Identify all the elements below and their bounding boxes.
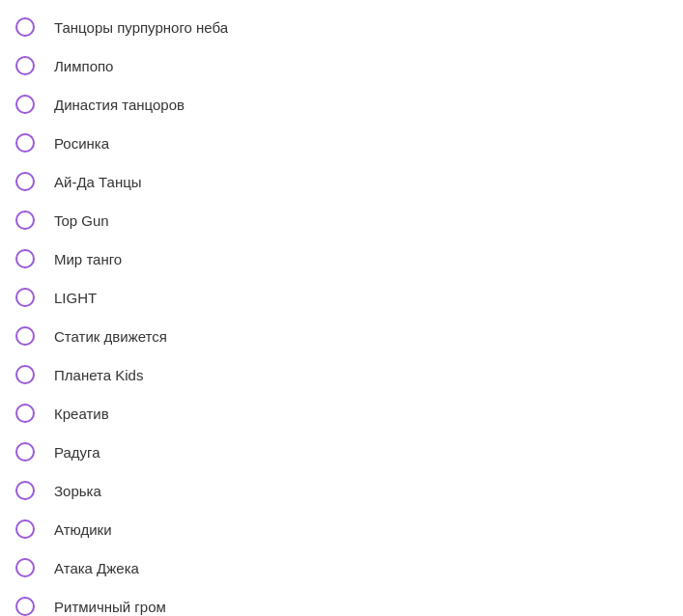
- items-list: Танцоры пурпурного небаЛимпопоДинастия т…: [0, 0, 683, 616]
- item-label: Мир танго: [54, 251, 122, 267]
- radio-icon: [15, 442, 35, 462]
- list-item[interactable]: LIGHT: [0, 278, 683, 317]
- list-item[interactable]: Зорька: [0, 471, 683, 510]
- radio-icon: [15, 558, 35, 577]
- radio-icon: [15, 481, 35, 500]
- list-item[interactable]: Атюдики: [0, 510, 683, 548]
- item-label: Лимпопо: [54, 58, 113, 74]
- item-label: Династия танцоров: [54, 97, 185, 113]
- item-label: Статик движется: [54, 328, 167, 345]
- radio-icon: [15, 365, 35, 384]
- item-label: LIGHT: [54, 290, 97, 306]
- radio-icon: [15, 172, 35, 191]
- list-item[interactable]: Династия танцоров: [0, 85, 683, 124]
- list-item[interactable]: Ай-Да Танцы: [0, 162, 683, 201]
- item-label: Ритмичный гром: [54, 599, 166, 615]
- list-item[interactable]: Танцоры пурпурного неба: [0, 8, 683, 46]
- radio-icon: [15, 519, 35, 539]
- item-label: Атака Джека: [54, 560, 139, 576]
- item-label: Креатив: [54, 406, 109, 422]
- radio-icon: [15, 288, 35, 307]
- item-label: Ай-Да Танцы: [54, 174, 142, 190]
- list-item[interactable]: Top Gun: [0, 201, 683, 239]
- list-item[interactable]: Креатив: [0, 394, 683, 433]
- radio-icon: [15, 17, 35, 37]
- list-item[interactable]: Радуга: [0, 433, 683, 471]
- radio-icon: [15, 210, 35, 230]
- item-label: Радуга: [54, 444, 100, 461]
- list-item[interactable]: Планета Kids: [0, 355, 683, 394]
- item-label: Атюдики: [54, 521, 112, 538]
- radio-icon: [15, 404, 35, 423]
- list-item[interactable]: Лимпопо: [0, 46, 683, 85]
- list-item[interactable]: Ритмичный гром: [0, 587, 683, 616]
- radio-icon: [15, 133, 35, 153]
- list-item[interactable]: Атака Джека: [0, 548, 683, 587]
- item-label: Планета Kids: [54, 367, 143, 383]
- radio-icon: [15, 597, 35, 616]
- list-item[interactable]: Статик движется: [0, 317, 683, 355]
- radio-icon: [15, 326, 35, 346]
- list-item[interactable]: Мир танго: [0, 239, 683, 278]
- item-label: Top Gun: [54, 212, 109, 229]
- item-label: Зорька: [54, 483, 101, 499]
- radio-icon: [15, 56, 35, 75]
- item-label: Росинка: [54, 135, 109, 152]
- list-item[interactable]: Росинка: [0, 124, 683, 162]
- radio-icon: [15, 95, 35, 114]
- radio-icon: [15, 249, 35, 268]
- item-label: Танцоры пурпурного неба: [54, 19, 228, 36]
